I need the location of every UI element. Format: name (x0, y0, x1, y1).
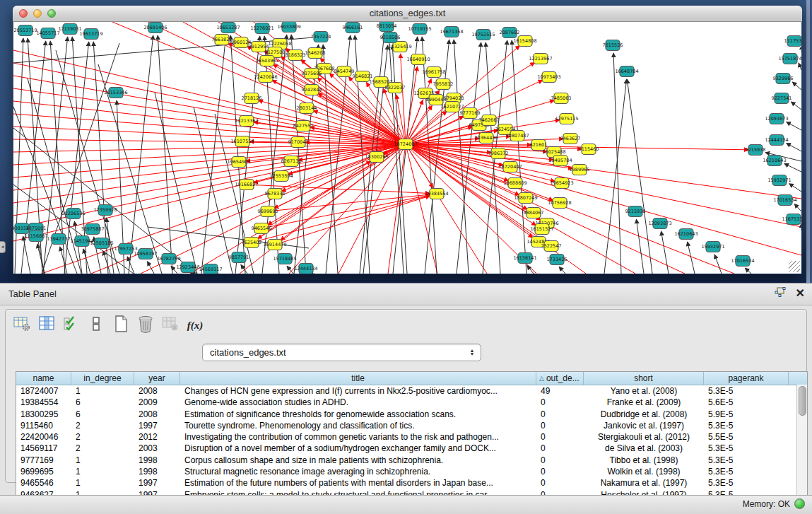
graph-node[interactable]: 7663822 (212, 35, 233, 45)
graph-node[interactable]: 2803144 (297, 103, 317, 114)
column-header-pagerank[interactable]: pagerank (704, 372, 789, 385)
graph-node[interactable]: 16914479 (263, 240, 286, 250)
cell-pagerank[interactable]: 5.3E-5 (704, 385, 789, 397)
graph-node[interactable]: 9242844 (302, 85, 322, 95)
graph-node[interactable]: 17359928 (93, 205, 117, 216)
cell-title[interactable]: Genome-wide association studies in ADHD. (180, 397, 536, 408)
graph-node[interactable]: 12093873 (765, 114, 788, 124)
graph-node[interactable]: 17016534 (773, 195, 796, 206)
graph-node[interactable]: 1733426 (547, 255, 567, 265)
cell-in_degree[interactable]: 2 (71, 443, 134, 454)
graph-node[interactable]: 2522547 (541, 241, 562, 252)
cell-title[interactable]: Investigating the contribution of common… (180, 431, 536, 443)
graph-node[interactable]: 12093873 (648, 218, 671, 229)
control-panel-collapse-handle[interactable]: ◂ (0, 241, 6, 253)
cell-in_degree[interactable]: 1 (71, 466, 134, 477)
cell-out_de[interactable]: 49 (536, 385, 584, 397)
cell-pagerank[interactable]: 5.3E-5 (704, 477, 789, 489)
graph-node[interactable]: 12975115 (555, 114, 578, 124)
cell-year[interactable]: 2009 (134, 397, 180, 408)
cell-pagerank[interactable]: 5.3E-5 (704, 443, 789, 454)
cell-short[interactable]: Tibbo et al. (1998) (584, 455, 704, 466)
table-selector-dropdown[interactable]: citations_edges.txt ▲▼ (202, 344, 481, 361)
cell-pagerank[interactable]: 5.5E-5 (704, 431, 789, 443)
cell-pagerank[interactable]: 5.3E-5 (704, 420, 789, 431)
cell-title[interactable]: Estimation of the future numbers of pati… (180, 477, 536, 489)
cell-short[interactable]: Nakamura et al. (1997) (584, 477, 704, 489)
column-header-short[interactable]: short (584, 372, 704, 385)
graph-node[interactable]: 7615526 (603, 40, 623, 51)
graph-node[interactable]: 19613719 (79, 29, 102, 40)
cell-short[interactable]: Yano et al. (2008) (584, 385, 704, 397)
graph-node[interactable]: 20691406 (143, 23, 167, 33)
memory-status-button[interactable]: Memory: OK (743, 498, 805, 509)
graph-node[interactable]: 8322037 (385, 83, 406, 93)
cell-name[interactable]: 19384554 (16, 397, 71, 408)
cell-title[interactable]: Tourette syndrome. Phenomenology and cla… (180, 420, 536, 431)
cell-name[interactable]: 18300295 (16, 409, 71, 420)
graph-node[interactable]: 13942737 (47, 234, 70, 245)
graph-node[interactable]: 16782759 (157, 254, 180, 264)
graph-node[interactable]: 7357224 (311, 32, 331, 42)
cell-pagerank[interactable]: 5.9E-5 (704, 409, 789, 420)
cell-out_de[interactable]: 0 (536, 409, 584, 420)
graph-node[interactable]: 10756928 (548, 198, 571, 209)
graph-node[interactable]: 9218506 (380, 33, 401, 43)
graph-node[interactable]: 16154808 (513, 36, 536, 47)
graph-node[interactable]: 9465546 (252, 223, 272, 234)
graph-node[interactable]: 7625402 (242, 238, 262, 248)
float-panel-icon[interactable] (775, 287, 786, 300)
cell-name[interactable]: 22420046 (16, 431, 71, 443)
graph-node[interactable]: 9466161 (343, 23, 363, 33)
graph-node[interactable]: 10653287 (216, 23, 240, 33)
cell-out_de[interactable]: 0 (536, 397, 584, 408)
graph-node[interactable]: 15932971 (767, 175, 791, 186)
graph-node[interactable]: 1117533 (784, 36, 801, 47)
graph-node[interactable]: 8678334 (265, 189, 286, 199)
graph-node[interactable]: 16640910 (406, 54, 430, 65)
cell-name[interactable]: 14569117 (16, 443, 71, 454)
graph-node[interactable]: 9215938 (625, 206, 646, 217)
graph-node[interactable]: 12923448 (176, 262, 199, 273)
graph-node[interactable]: 15276021 (250, 23, 273, 34)
column-header-out_de[interactable]: △out_de... (536, 372, 584, 385)
graph-node[interactable]: 1989965 (570, 165, 590, 175)
function-builder-button[interactable]: f(x) (184, 315, 206, 336)
graph-node[interactable]: 19166827 (235, 180, 258, 190)
graph-node[interactable]: 19752515 (471, 30, 495, 40)
cell-title[interactable]: Structural magnetic resonance image aver… (180, 466, 536, 477)
cell-in_degree[interactable]: 6 (71, 409, 134, 420)
cell-year[interactable]: 2012 (134, 431, 180, 443)
graph-node[interactable]: 12444134 (294, 264, 317, 274)
cell-in_degree[interactable]: 2 (71, 431, 134, 443)
network-window-titlebar[interactable]: citations_edges.txt (13, 6, 802, 22)
graph-node[interactable]: 8186323 (286, 50, 306, 61)
graph-node[interactable]: 2087682 (500, 28, 520, 38)
graph-node[interactable]: 9115460 (579, 144, 599, 155)
cell-in_degree[interactable]: 2 (71, 420, 134, 431)
graph-node[interactable]: 19384554 (425, 189, 448, 199)
cell-year[interactable]: 1998 (134, 466, 180, 477)
cell-year[interactable]: 1998 (134, 455, 180, 466)
graph-node[interactable]: 9329966 (773, 74, 794, 84)
cell-name[interactable]: 18724007 (16, 385, 71, 397)
row-height-button[interactable] (86, 315, 107, 336)
close-panel-icon[interactable]: ✕ (796, 288, 805, 299)
graph-node[interactable]: 14055717 (36, 28, 59, 39)
graph-node[interactable]: 19671358 (440, 27, 463, 37)
cell-in_degree[interactable]: 1 (71, 477, 134, 489)
graph-node[interactable]: 9857791 (229, 252, 249, 263)
cell-out_de[interactable]: 0 (536, 443, 584, 454)
column-header-name[interactable]: name (16, 372, 71, 385)
graph-node[interactable]: 9884067 (524, 208, 544, 218)
scrollbar-thumb[interactable] (799, 386, 806, 416)
column-header-in_degree[interactable]: in_degree (71, 372, 134, 385)
graph-node[interactable]: 9215938 (746, 145, 766, 156)
graph-node[interactable]: 12213363 (235, 116, 258, 127)
cell-year[interactable]: 2008 (134, 385, 180, 397)
cell-short[interactable]: Stergiakouli et al. (2012) (584, 431, 704, 443)
cell-short[interactable]: Jankovic et al. (1997) (584, 420, 704, 431)
graph-node[interactable]: 16033809 (277, 22, 300, 33)
cell-year[interactable]: 2008 (134, 409, 180, 420)
window-resize-grip[interactable] (789, 261, 800, 272)
